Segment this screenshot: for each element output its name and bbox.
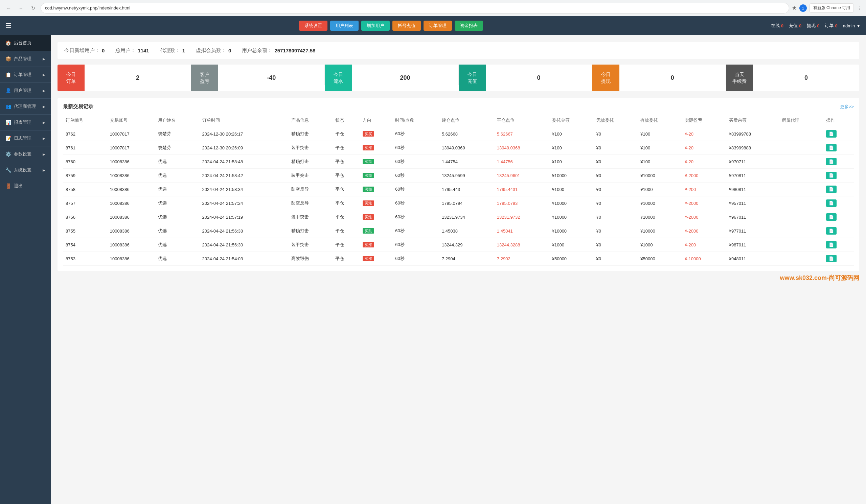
cell-action[interactable]: 📄 (823, 127, 854, 141)
sidebar-item-system[interactable]: 🔧 系统设置 ▶ (0, 162, 51, 178)
order-label: 订单 (825, 23, 834, 29)
recharge-count: 0 (799, 23, 801, 28)
action-button[interactable]: 📄 (826, 172, 836, 179)
bookmark-icon[interactable]: ★ (792, 5, 797, 11)
nav-user-list[interactable]: 用户列表 (330, 21, 358, 31)
online-count: 0 (781, 23, 784, 28)
cell-agent (779, 210, 823, 224)
cell-action[interactable]: 📄 (823, 183, 854, 196)
direction-tag: 买涨 (363, 145, 374, 150)
cell-amount: ¥10000 (549, 169, 594, 183)
table-row: 8762 10007817 饶楚芬 2024-12-30 20:26:17 精确… (63, 127, 854, 141)
agents-value: 1 (182, 48, 185, 54)
cell-direction: 买跌 (360, 169, 392, 183)
sidebar-label-agents: 代理商管理 (14, 103, 36, 110)
sidebar-item-agents[interactable]: 👥 代理商管理 ▶ (0, 99, 51, 115)
withdraw-label: 提现 (807, 23, 815, 29)
cell-action[interactable]: 📄 (823, 224, 854, 238)
nav-system-settings[interactable]: 系统设置 (299, 21, 327, 31)
sidebar-item-params[interactable]: ⚙️ 参数设置 ▶ (0, 146, 51, 162)
admin-dropdown[interactable]: admin ▼ (843, 23, 861, 28)
nav-recharge[interactable]: 帐号充值 (392, 21, 421, 31)
cell-action[interactable]: 📄 (823, 141, 854, 155)
cell-status: 平仓 (333, 210, 360, 224)
metric-value-today-flow: 200 (352, 75, 458, 81)
chevron-right-icon7: ▶ (43, 152, 45, 156)
cell-balance: ¥970811 (726, 169, 779, 183)
action-button[interactable]: 📄 (826, 186, 836, 193)
chevron-right-icon: ▶ (43, 57, 45, 61)
cell-amount: ¥50000 (549, 252, 594, 266)
sidebar-item-orders[interactable]: 📋 订单管理 ▶ (0, 67, 51, 83)
cell-time: 2024-04-24 21:54:03 (200, 252, 289, 266)
metric-value-customer-pnl: -40 (218, 75, 324, 81)
chevron-right-icon8: ▶ (43, 168, 45, 172)
hamburger-icon[interactable]: ☰ (5, 22, 11, 30)
cell-account: 10007817 (107, 127, 155, 141)
cell-balance: ¥83999888 (726, 141, 779, 155)
cell-time: 2024-04-24 21:58:42 (200, 169, 289, 183)
virtual-label: 虚拟会员数： (196, 47, 226, 54)
cell-balance: ¥967011 (726, 210, 779, 224)
nav-add-user[interactable]: 增加用户 (361, 21, 390, 31)
cell-action[interactable]: 📄 (823, 169, 854, 183)
update-button[interactable]: 有新版 Chrome 可用 (810, 3, 854, 12)
cell-agent (779, 127, 823, 141)
action-button[interactable]: 📄 (826, 130, 836, 138)
sidebar-item-reports[interactable]: 📊 报表管理 ▶ (0, 115, 51, 130)
refresh-button[interactable]: ↻ (29, 3, 38, 13)
app-header: ☰ 系统设置 用户列表 增加用户 帐号充值 订单管理 资金报表 在线 0 充值 … (0, 16, 866, 35)
metric-label-today-flow: 今日流水 (325, 65, 352, 91)
cell-action[interactable]: 📄 (823, 155, 854, 169)
cell-order-id: 8759 (63, 169, 107, 183)
cell-product: 防空反导 (289, 183, 333, 196)
cell-open: 13949.0369 (439, 141, 494, 155)
forward-button[interactable]: → (16, 3, 26, 13)
stat-total-users: 总用户： 1141 (115, 47, 149, 54)
action-button[interactable]: 📄 (826, 158, 836, 165)
table-row: 8755 10008386 优选 2024-04-24 21:56:38 精确打… (63, 224, 854, 238)
cell-order-id: 8756 (63, 210, 107, 224)
action-button[interactable]: 📄 (826, 199, 836, 207)
action-button[interactable]: 📄 (826, 213, 836, 221)
col-agent: 所属代理 (779, 114, 823, 127)
sidebar-item-users[interactable]: 👤 用户管理 ▶ (0, 83, 51, 99)
metric-customer-pnl: 客户盈亏 -40 (191, 65, 324, 91)
table-head: 订单编号 交易账号 用户姓名 订单时间 产品信息 状态 方向 时间/点数 建仓点… (63, 114, 854, 127)
nav-order-manage[interactable]: 订单管理 (423, 21, 452, 31)
sidebar-item-logs[interactable]: 📝 日志管理 ▶ (0, 130, 51, 146)
cell-action[interactable]: 📄 (823, 210, 854, 224)
cell-action[interactable]: 📄 (823, 238, 854, 252)
sidebar-item-logout[interactable]: 🚪 退出 (0, 178, 51, 194)
virtual-value: 0 (228, 48, 231, 54)
cell-close: 1795.0793 (494, 196, 549, 210)
sidebar-item-products[interactable]: 📦 产品管理 ▶ (0, 51, 51, 67)
cell-action[interactable]: 📄 (823, 196, 854, 210)
action-button[interactable]: 📄 (826, 255, 836, 262)
cell-open: 7.2904 (439, 252, 494, 266)
log-icon: 📝 (5, 136, 11, 141)
address-bar[interactable] (41, 3, 789, 13)
action-button[interactable]: 📄 (826, 227, 836, 234)
cell-action[interactable]: 📄 (823, 252, 854, 266)
back-button[interactable]: ← (4, 3, 13, 13)
cell-open: 1795.0794 (439, 196, 494, 210)
cell-time: 2024-04-24 21:58:48 (200, 155, 289, 169)
col-invalid: 无效委托 (594, 114, 638, 127)
col-account: 交易账号 (107, 114, 155, 127)
cell-order-id: 8758 (63, 183, 107, 196)
more-link[interactable]: 更多>> (840, 104, 854, 110)
action-button[interactable]: 📄 (826, 144, 836, 151)
cell-order-id: 8754 (63, 238, 107, 252)
main-content: 今日新增用户： 0 总用户： 1141 代理数： 1 虚拟会员数： 0 用户总余… (51, 35, 866, 504)
main-layout: 🏠 后台首页 📦 产品管理 ▶ 📋 订单管理 ▶ 👤 用户管理 ▶ 👥 代理商管… (0, 35, 866, 504)
sidebar-item-dashboard[interactable]: 🏠 后台首页 (0, 35, 51, 51)
nav-financial-report[interactable]: 资金报表 (455, 21, 483, 31)
cell-status: 平仓 (333, 183, 360, 196)
direction-tag: 买跌 (363, 159, 374, 164)
cell-name: 饶楚芬 (155, 127, 200, 141)
cell-agent (779, 224, 823, 238)
menu-icon[interactable]: ⋮ (856, 5, 862, 11)
action-button[interactable]: 📄 (826, 241, 836, 249)
cell-account: 10008386 (107, 210, 155, 224)
